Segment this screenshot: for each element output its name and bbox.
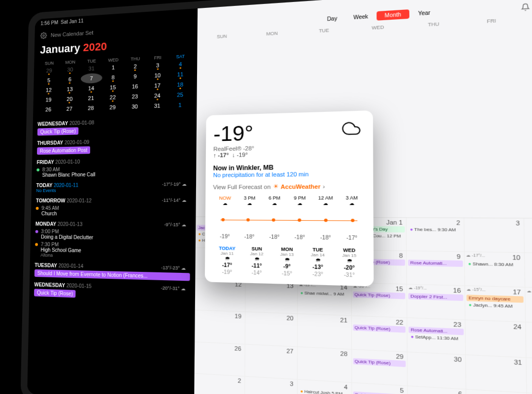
month-cell[interactable]: 19 [195,310,245,344]
mini-day[interactable]: 19 [38,95,59,105]
mini-day[interactable]: 15 [102,82,124,93]
calendar-event[interactable]: Shae midwi... 9 AM [299,290,350,297]
agenda-event[interactable]: 9:45 AMChurch [35,205,191,217]
mini-day[interactable]: 8 [102,72,124,83]
mini-day[interactable]: 1 [102,62,125,73]
month-cell[interactable]: 26 [195,342,245,376]
mini-day[interactable]: 21 [80,93,102,103]
mini-day[interactable]: 29 [101,102,124,113]
mini-day[interactable]: 14 [80,83,102,94]
month-cell[interactable]: 2 [194,373,245,394]
month-cell[interactable]: 3 [245,376,298,394]
agenda-event[interactable]: 8:30 AMShawn Blanc Phone Call [36,165,191,178]
mini-day[interactable]: 16 [124,81,146,92]
mini-day[interactable]: 24 [146,90,168,101]
bell-icon[interactable] [521,3,530,11]
calendar-event[interactable]: Shawn... 8:30 AM [466,261,523,268]
month-cell[interactable]: 2The bes... 9:30 AM [407,218,465,252]
month-cell[interactable]: 29Quick Tip (Rose) [352,349,408,386]
agenda-event[interactable]: 3:00 PMDoing a Digital Declutter [35,229,190,241]
month-cell[interactable]: 3 [465,218,525,253]
mini-day[interactable]: 22 [102,92,124,103]
view-tab[interactable]: Week [345,11,376,22]
calendar-event[interactable]: Quick Tip (Rose) [353,325,406,333]
mini-day[interactable]: 20 [59,94,81,104]
weather-precip: No precipitation for at least 120 min [213,170,365,178]
view-tab[interactable]: Year [409,7,439,19]
full-forecast-link[interactable]: View Full Forecast on ☀ AccuWeather › [213,182,365,190]
mini-day[interactable]: 17 [146,80,169,91]
mini-day[interactable]: 1 [168,99,192,110]
gear-icon[interactable] [40,32,47,39]
mini-day[interactable]: 13 [59,84,80,95]
month-cell[interactable]: 30 [408,352,466,390]
mini-day[interactable]: 30 [124,101,146,112]
mini-day[interactable]: 12 [38,85,59,96]
month-cell[interactable]: 27 [245,344,297,380]
month-cell[interactable]: 17☁ -15°/...Emryn no daycareJaclyn... 9:… [465,286,526,323]
agenda-day-header: FRIDAY 2020-01-10 [37,157,191,165]
calendar-event[interactable]: Doppler 2 First... [408,293,464,301]
mini-day[interactable]: 31 [146,100,168,111]
chevron-right-icon: › [323,183,325,189]
month-cell[interactable]: 16☁ -19°/...Doppler 2 First... [407,285,466,321]
mini-day[interactable]: 11 [169,69,192,80]
month-cell[interactable]: 13 [245,280,298,314]
month-cell[interactable]: 22Quick Tip (Rose) [352,316,408,352]
agenda-event[interactable]: 7:30 PMHigh School GameAltona [35,241,191,260]
calendar-event[interactable]: Quick Tip (Rose) [353,292,405,299]
month-cell[interactable]: 21 [298,314,352,349]
month-cell[interactable]: Feb 1 [527,358,532,394]
month-cell[interactable]: 20 [245,312,298,347]
calendar-event[interactable]: Rose Automati... [408,260,463,267]
month-cell[interactable]: 9Rose Automati... [407,251,465,286]
mini-day[interactable]: 26 [38,104,59,115]
calendar-event[interactable]: Jaclyn... 9:45 AM [466,301,524,310]
hourly-sparkline [213,209,365,232]
hourly-forecast: NOW☁3 PM☁6 PM☁9 PM☁12 AM☁3 AM☁ [213,195,365,206]
mini-day[interactable]: 2 [124,61,146,72]
mini-calendar[interactable]: SUNMONTUEWEDTHUFRISAT 293031123456789101… [33,51,197,117]
mini-day[interactable]: 30 [60,64,81,75]
agenda-day-header: WEDNESDAY 2020-01-08 [37,117,191,127]
month-cell[interactable]: 31 [466,355,527,393]
mini-day[interactable]: 23 [124,91,146,102]
mini-day[interactable]: 28 [80,102,101,113]
month-cell[interactable]: 14☁ -13°/...Shae midwi... 9 AM [298,282,352,316]
mini-day[interactable]: 27 [59,103,80,114]
month-cell[interactable]: 15☁ -20°/...Quick Tip (Rose) [351,283,407,318]
month-cell[interactable]: 18☁ -20°/-35°... [526,288,532,325]
mini-day[interactable]: 29 [38,65,60,76]
sidebar: New Calendar Set January 2020 SUNMONTUEW… [27,8,198,394]
month-cell[interactable]: 11 [525,253,532,289]
agenda-event[interactable]: Rose Automation Post [37,146,90,155]
mini-day[interactable]: 4 [169,59,192,70]
mini-day[interactable]: 31 [81,63,102,74]
mini-day[interactable]: 25 [168,89,192,100]
calendar-event[interactable]: The bes... 9:30 AM [408,226,463,233]
mini-day[interactable]: 5 [38,75,60,86]
month-cell[interactable]: 24 [466,320,527,358]
mini-day[interactable]: 3 [146,60,169,71]
month-cell[interactable]: 28 [298,347,352,383]
mini-day[interactable]: 10 [146,70,169,81]
month-cell[interactable]: 23Rose Automati...SetApp... 11:30 AM [407,318,466,355]
mini-day[interactable]: 9 [124,71,146,82]
month-cell[interactable]: 10☁ -17°/...Shawn... 8:30 AM [465,252,526,287]
ipad-frame: 1:56 PM Sat Jan 11 New Calendar Set Janu… [20,0,532,394]
calendar-event[interactable]: SetApp... 11:30 AM [409,333,464,342]
month-cell[interactable]: 4 [524,218,532,254]
agenda-event[interactable]: Quick Tip (Rose) [34,289,76,297]
agenda-list[interactable]: WEDNESDAY 2020-01-08Quick Tip (Rose)THUR… [27,112,197,394]
agenda-event[interactable]: Should I Move from Evernote to Notion (F… [34,269,190,281]
month-cell[interactable]: 12 [195,279,246,312]
mini-day[interactable]: 6 [59,74,80,85]
month-cell[interactable]: 25 [526,323,532,361]
daily-forecast: TODAYJan 11🌨-17°-19°SUNJan 12🌨-11°-14°MO… [212,246,365,279]
mini-day[interactable]: 18 [168,79,192,90]
mini-day[interactable]: 7 [80,73,102,84]
view-tab[interactable]: Day [319,13,345,24]
agenda-event[interactable]: Quick Tip (Rose) [37,127,79,135]
agenda-day-header: TOMORROW 2020-01-12-11°/-14° ☁ [36,197,191,203]
agenda-day-header: TODAY 2020-01-11-17°/-19° ☁ [36,182,191,188]
